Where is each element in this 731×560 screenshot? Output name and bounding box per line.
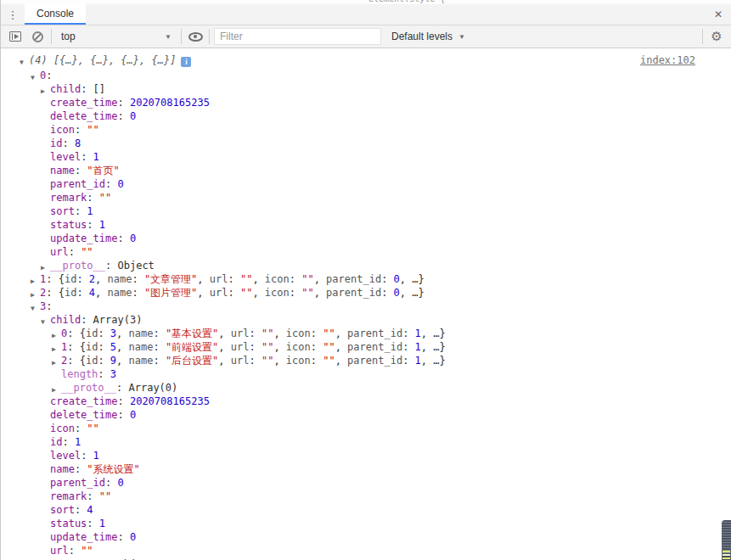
console-token-pkey: parent_id [347,328,402,339]
console-token-key: level [50,151,81,163]
console-token-str: "" [323,341,335,353]
console-token-pkey: id [86,328,98,339]
console-token-plain: , [116,341,128,353]
console-token-str: "" [323,328,335,339]
console-token-plain: , [273,328,285,339]
console-row[interactable]: ▶2: {id: 4, name: "图片管理", url: "", icon:… [1,286,731,300]
show-console-sidebar-button[interactable] [4,26,26,47]
console-token-num: 9 [110,355,116,367]
console-token-str: "图片管理" [144,287,197,299]
console-token-num: 3 [110,368,116,380]
console-token-plain: : Array(0) [116,382,177,394]
devtools-tabbar: ⋮ Console ✕ [1,4,731,25]
console-token-num: 0 [130,409,136,421]
console-row: sort: 4 [1,503,731,517]
console-token-plain: : [69,246,81,258]
console-token-plain: : [117,395,129,407]
console-token-plain: , [335,341,347,353]
console-row: length: 3 [1,367,731,381]
console-token-plain: : [46,70,52,81]
context-label: top [61,31,165,42]
console-token-plain: , [197,287,209,299]
console-token-plain: : [98,355,110,367]
clear-console-button[interactable] [26,26,48,47]
console-row[interactable]: ▶0: {id: 3, name: "基本设置", url: "", icon:… [1,327,731,340]
console-row[interactable]: ▶1: {id: 5, name: "前端设置", url: "", icon:… [1,340,731,354]
live-expression-button[interactable] [184,26,206,47]
console-token-pkey: icon [286,355,311,367]
console-token-key: id [50,137,62,149]
console-token-num: 4 [89,287,95,299]
console-token-plain: , [314,273,326,285]
chevron-down-icon: ▼ [458,33,465,41]
console-token-dim: length [61,368,98,380]
console-token-num: 0 [394,273,400,285]
console-messages-pane[interactable]: ▼(4) [{…}, {…}, {…}, {…}]iindex:102▼0:▶c… [1,48,731,560]
console-row: sort: 1 [1,204,731,218]
console-token-key: create_time [50,395,117,407]
console-token-str: "首页" [87,165,119,176]
console-token-key: create_time [50,97,117,109]
console-token-plain: : [117,409,129,421]
console-token-plain: : [87,192,98,204]
devtools-menu-button[interactable]: ⋮ [1,4,25,25]
console-token-plain: : [117,97,129,109]
console-token-plain: , [95,287,107,299]
console-token-plain: , [335,328,347,339]
console-row[interactable]: ▶2: {id: 9, name: "后台设置", url: "", icon:… [1,354,731,367]
console-token-str: "" [261,341,273,353]
console-settings-button[interactable]: ⚙ [706,26,728,47]
console-row[interactable]: ▶child: [] [1,82,731,96]
console-token-plain: : [81,151,93,163]
info-icon: i [181,57,191,67]
devtools-window: element.style { ⋮ Console ✕ top ▼ [0,0,731,560]
console-log: ▼(4) [{…}, {…}, {…}, {…}]iindex:102▼0:▶c… [1,48,731,560]
console-token-pkey: parent_id [347,341,402,353]
console-token-pkey: url [210,287,228,299]
tab-console[interactable]: Console [25,4,86,25]
console-row: url: "" [1,544,731,557]
source-link[interactable]: index:102 [640,53,695,67]
console-token-key: icon [50,124,75,136]
console-token-pkey: url [231,328,250,339]
log-levels-selector[interactable]: Default levels ▼ [383,26,474,47]
chevron-down-icon: ▼ [165,33,172,41]
toolbar-divider [51,29,52,44]
console-token-num: 2020708165235 [130,97,210,109]
console-row: status: 1 [1,218,731,232]
console-row: parent_id: 0 [1,177,731,191]
console-sidebar-icon [9,31,21,42]
console-token-pkey: name [129,341,154,353]
console-row[interactable]: ▼child: Array(3) [1,313,731,327]
console-row[interactable]: ▶1: {id: 2, name: "文章管理", url: "", icon:… [1,272,731,286]
console-row[interactable]: ▼(4) [{…}, {…}, {…}, {…}]iindex:102 [1,48,731,69]
console-row[interactable]: ▼3: [1,300,731,313]
console-token-dim: __proto__ [61,382,116,394]
console-token-plain: : Array(3) [81,314,142,326]
console-row[interactable]: ▼0: [1,69,731,82]
console-token-num: 1 [75,436,81,448]
console-token-plain: : [76,273,88,285]
console-token-str: "" [87,124,98,136]
console-token-key: status [50,219,87,231]
console-token-str: "" [240,287,252,299]
console-token-key: icon [50,423,75,434]
console-row[interactable]: ▶__proto__: Array(0) [1,381,731,395]
console-token-pkey: icon [265,273,290,285]
console-token-str: "" [261,328,273,339]
collapse-arrow-icon[interactable]: ▼ [20,56,24,70]
filter-input[interactable] [214,28,381,45]
console-token-plain: : [87,219,98,231]
devtools-close-button[interactable]: ✕ [706,4,731,25]
console-token-plain: : [98,341,110,353]
console-token-plain: : [81,450,93,462]
console-token-num: 0 [117,178,123,190]
console-token-plain: : [75,504,87,516]
console-token-plain: : [75,205,87,217]
console-token-plain: : [249,328,261,339]
execution-context-selector[interactable]: top ▼ [54,26,178,47]
toolbar-divider [209,29,210,44]
console-token-plain: : { [67,328,86,339]
console-token-pkey: parent_id [347,355,402,367]
console-row[interactable]: ▶__proto__: Object [1,259,731,272]
